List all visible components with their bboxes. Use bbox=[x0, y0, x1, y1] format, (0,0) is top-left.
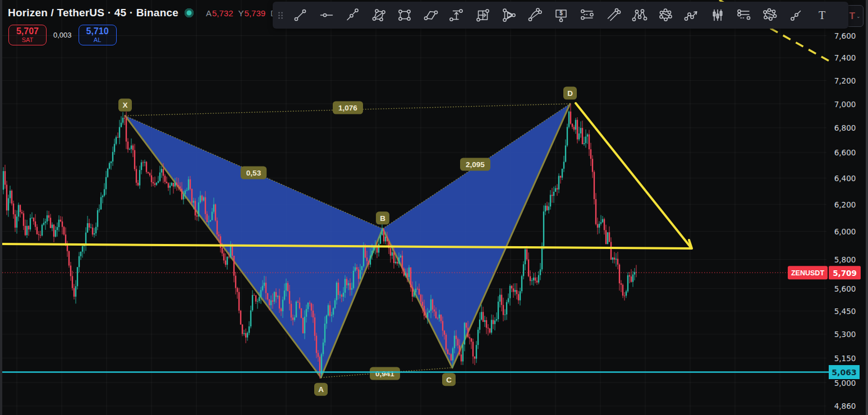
tool-trend-arrow-icon[interactable] bbox=[679, 4, 705, 26]
y-axis-tick: 5,000 bbox=[834, 379, 856, 388]
svg-text:$: $ bbox=[559, 10, 563, 16]
tool-horizontal-line-icon[interactable] bbox=[314, 4, 340, 26]
svg-text:C: C bbox=[446, 376, 452, 384]
tool-disjoint-line-icon[interactable] bbox=[339, 4, 366, 26]
open-label: A bbox=[206, 8, 212, 18]
y-axis-tick: 4,860 bbox=[834, 402, 856, 411]
chart-canvas[interactable]: XABCD0,531,0762,0950,9415,0637,6007,4007… bbox=[0, 0, 868, 415]
high-value: 5,739 bbox=[245, 8, 266, 18]
y-axis-tick: 5,300 bbox=[834, 330, 856, 339]
svg-text:B: B bbox=[380, 214, 385, 223]
y-axis-tick: 6,800 bbox=[834, 123, 856, 132]
svg-text:1,076: 1,076 bbox=[338, 104, 357, 112]
tool-xabcd-quad-icon[interactable] bbox=[366, 4, 392, 26]
y-axis-tick: 6,200 bbox=[834, 200, 856, 209]
open-value: 5,732 bbox=[212, 8, 233, 18]
pattern-label-0,53: 0,53 bbox=[241, 167, 267, 179]
tool-price-note-icon[interactable]: $ bbox=[548, 4, 575, 26]
buy-price: 5,710 bbox=[86, 27, 109, 36]
svg-text:0,941: 0,941 bbox=[375, 370, 394, 378]
ohlc-values: A5,732 Y5,739 D5 bbox=[201, 8, 282, 18]
tool-elliott-wave-icon[interactable] bbox=[627, 4, 653, 26]
y-axis-tick: 5,800 bbox=[834, 255, 856, 264]
chevron-down-icon: ⌄ bbox=[856, 13, 861, 19]
tool-vertical-range-icon[interactable] bbox=[444, 4, 470, 26]
tool-polygon-pattern-icon[interactable] bbox=[653, 4, 679, 26]
y-axis-tick: 6,000 bbox=[834, 227, 856, 236]
y-axis-tick: 7,400 bbox=[834, 53, 856, 62]
last-price-badge: ZENUSDT5,709 bbox=[788, 266, 861, 279]
high-label: Y bbox=[238, 8, 244, 18]
pattern-label-B: B bbox=[376, 211, 389, 224]
pattern-label-2,095: 2,095 bbox=[460, 158, 490, 171]
svg-text:0,53: 0,53 bbox=[246, 169, 261, 177]
svg-text:5,709: 5,709 bbox=[833, 269, 857, 278]
svg-text:A: A bbox=[318, 385, 324, 394]
tool-fib-retracement-icon[interactable] bbox=[575, 4, 601, 26]
y-axis-tick: 5,600 bbox=[834, 284, 856, 293]
svg-text:5,063: 5,063 bbox=[832, 368, 856, 377]
tool-cypher-pattern-icon[interactable]: c bbox=[757, 4, 783, 26]
pattern-label-1,076: 1,076 bbox=[333, 102, 363, 114]
drawing-toolbar: $cT bbox=[273, 2, 848, 29]
tool-trend-line-icon[interactable] bbox=[287, 4, 314, 26]
buy-label: AL bbox=[94, 37, 101, 44]
svg-text:ZENUSDT: ZENUSDT bbox=[791, 269, 824, 277]
svg-text:X: X bbox=[122, 101, 127, 109]
y-axis-tick: 7,000 bbox=[834, 100, 856, 109]
spread-value: 0,003 bbox=[53, 31, 72, 39]
sell-label: SAT bbox=[22, 37, 34, 44]
toolbar-drag-handle[interactable] bbox=[274, 4, 287, 26]
y-axis-tick: 6,400 bbox=[834, 174, 856, 183]
y-axis-tick: 5,150 bbox=[834, 354, 856, 363]
sell-price: 5,707 bbox=[16, 27, 39, 36]
y-axis-tick: 6,600 bbox=[834, 148, 856, 157]
tool-forecast-box-icon[interactable] bbox=[470, 4, 497, 26]
y-axis-tick: 5,450 bbox=[834, 307, 856, 316]
symbol-title[interactable]: Horizen / TetherUS · 45 · Binance bbox=[8, 7, 178, 19]
pattern-label-D: D bbox=[563, 87, 577, 100]
y-axis-tick: 7,600 bbox=[834, 31, 856, 40]
sell-button[interactable]: 5,707 SAT bbox=[8, 25, 47, 45]
pattern-label-0,941: 0,941 bbox=[370, 367, 400, 380]
right-pane-edge bbox=[866, 0, 868, 415]
pattern-label-X: X bbox=[118, 99, 132, 112]
tool-ray-line-icon[interactable] bbox=[783, 4, 810, 26]
left-pane-edge bbox=[0, 0, 2, 415]
svg-text:T: T bbox=[819, 9, 825, 21]
chart-window: XABCD0,531,0762,0950,9415,0637,6007,4007… bbox=[0, 0, 868, 415]
svg-text:2,095: 2,095 bbox=[466, 160, 485, 169]
tool-fib-levels-icon[interactable] bbox=[731, 4, 757, 26]
text-tool-dropdown-button[interactable]: T ⌄ bbox=[846, 5, 864, 27]
y-axis-tick: 7,200 bbox=[834, 76, 856, 85]
text-tool-icon: T bbox=[849, 11, 855, 22]
svg-text:D: D bbox=[567, 89, 573, 98]
buy-sell-panel: 5,707 SAT 0,003 5,710 AL bbox=[8, 25, 117, 45]
tool-rectangle-icon[interactable] bbox=[392, 4, 418, 26]
tool-text-tool-icon[interactable]: T bbox=[809, 4, 835, 26]
pattern-label-C: C bbox=[442, 373, 456, 386]
tool-bars-pattern-icon[interactable] bbox=[705, 4, 731, 26]
tool-curve-icon[interactable] bbox=[522, 4, 549, 26]
svg-text:c: c bbox=[769, 15, 771, 19]
tool-parallelogram-icon[interactable] bbox=[418, 4, 444, 26]
buy-button[interactable]: 5,710 AL bbox=[79, 25, 117, 45]
market-status-icon[interactable] bbox=[185, 8, 194, 17]
pattern-label-A: A bbox=[314, 383, 328, 396]
chart-legend: Horizen / TetherUS · 45 · Binance A5,732… bbox=[8, 4, 282, 21]
tool-triangle-pattern-icon[interactable] bbox=[496, 4, 522, 26]
tool-parallel-channel-icon[interactable] bbox=[600, 4, 627, 26]
